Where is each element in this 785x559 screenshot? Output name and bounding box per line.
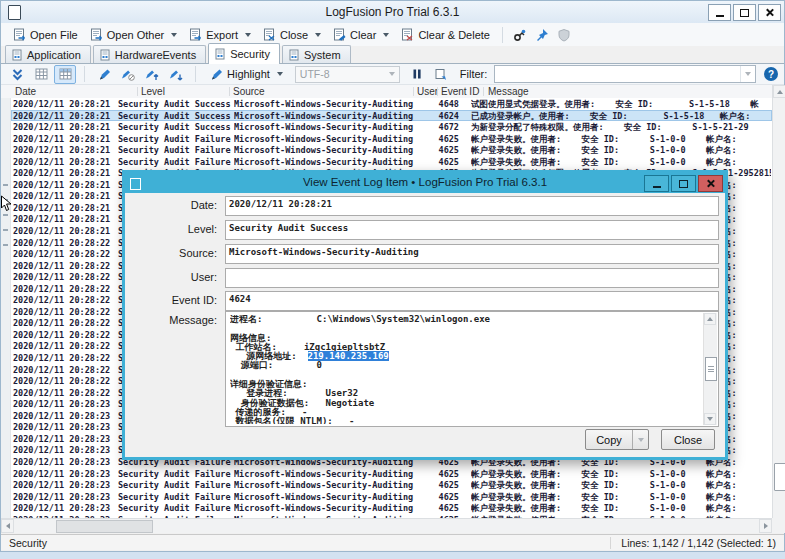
close-button[interactable] [758,4,781,21]
dialog-title-bar[interactable]: View Event Log Item • LogFusion Pro Tria… [125,173,725,193]
pin-button[interactable] [531,26,553,44]
maximize-button[interactable] [733,4,756,21]
date-field[interactable]: 2020/12/11 20:28:21 [225,196,719,216]
highlight-menu-button[interactable]: Highlight [204,66,289,83]
log-row[interactable]: 2020/12/11 20:28:23Security Audit Failur… [11,479,772,491]
column-date[interactable]: Date [15,86,36,97]
gutter-mark [3,184,8,186]
gutter-mark [3,229,8,231]
grid-view-button[interactable] [30,65,52,83]
log-cell-cs: Microsoft-Windows-Security-Auditing [234,503,419,513]
scroll-down-button[interactable] [704,413,716,425]
log-row-selected[interactable]: 2020/12/11 20:28:21Security Audit Succes… [11,110,772,122]
vertical-scrollbar-thumb[interactable] [774,463,785,491]
vertical-scrollbar[interactable] [772,85,785,533]
gutter-mark [3,214,8,216]
message-label: Message: [127,314,217,326]
scroll-up-button[interactable] [773,85,785,98]
clear-highlight-button[interactable] [117,65,139,83]
copy-dropdown-button[interactable] [632,430,648,449]
horizontal-scrollbar-thumb[interactable] [56,520,153,533]
log-row[interactable]: 2020/12/11 20:28:21Security Audit Failur… [11,133,772,145]
log-row[interactable]: 2020/12/11 20:28:23Security Audit Failur… [11,491,772,503]
filter-dropdown-button[interactable] [740,66,755,82]
help-button[interactable]: ? [764,67,778,81]
message-field[interactable]: 进程名: C:\Windows\System32\winlogon.exe 网络… [225,311,719,427]
message-scrollbar[interactable] [703,313,717,425]
pause-button[interactable] [406,65,428,83]
dialog-maximize-button[interactable] [671,175,696,192]
tab-security[interactable]: Security [208,43,280,64]
copy-button[interactable]: Copy [585,429,649,450]
source-field[interactable]: Microsoft-Windows-Security-Auditing [225,244,719,264]
scroll-up-button[interactable] [704,313,716,325]
dialog-message-text[interactable]: 进程名: C:\Windows\System32\winlogon.exe 网络… [230,315,701,424]
source-label: Source: [127,247,217,259]
grid-highlight-icon [59,68,72,80]
log-row[interactable]: 2020/12/11 20:28:21Security Audit Succes… [11,121,772,133]
level-field[interactable]: Security Audit Success [225,220,719,240]
dialog-title: View Event Log Item • LogFusion Pro Tria… [125,176,725,188]
minimize-icon [716,15,724,17]
export-button[interactable]: Export [183,26,257,43]
next-highlight-button[interactable] [165,65,187,83]
chevron-down-icon [638,438,644,442]
minimize-icon [653,186,661,188]
column-message[interactable]: Message [488,86,529,97]
log-row[interactable]: 2020/12/11 20:28:21Security Audit Failur… [11,144,772,156]
log-cell-cd: 2020/12/11 20:28:22 [13,261,117,271]
bookmark-icon [434,68,447,81]
log-cell-cl: Security Audit Failure [118,492,231,502]
dialog-close-action-button[interactable]: Close [661,429,715,450]
view-event-dialog: View Event Log Item • LogFusion Pro Tria… [122,170,728,460]
user-field[interactable] [225,268,719,288]
column-event-id[interactable]: Event ID [441,86,479,97]
clear-button[interactable]: Clear [327,26,395,43]
title-bar[interactable]: LogFusion Pro Trial 6.3.1 [1,1,784,24]
column-user[interactable]: User [417,86,438,97]
main-toolbar: Open File Open Other Export Close Clear … [1,23,784,46]
log-cell-cd: 2020/12/11 20:28:23 [13,399,117,409]
dropdown-arrow-icon [277,72,283,76]
dialog-minimize-button[interactable] [644,175,669,192]
encoding-select[interactable]: UTF-8 [295,66,400,83]
log-cell-cd: 2020/12/11 20:28:22 [13,353,117,363]
clear-delete-button[interactable]: Clear & Delete [395,26,496,43]
tab-application[interactable]: Application [5,45,91,63]
tab-bar: Application HardwareEvents Security Syst… [1,46,784,64]
filter-input[interactable] [494,65,756,83]
status-line-count: Lines: 1,142 / 1,142 (Selected: 1) [610,537,776,549]
log-cell-cd: 2020/12/11 20:28:21 [13,157,117,167]
tab-system[interactable]: System [282,45,351,63]
log-row[interactable]: 2020/12/11 20:28:21Security Audit Succes… [11,98,772,110]
log-row[interactable]: 2020/12/11 20:28:23Security Audit Failur… [11,468,772,480]
minimize-button[interactable] [708,4,731,21]
horizontal-scrollbar[interactable] [1,518,772,533]
open-other-button[interactable]: Open Other [84,26,183,43]
user-label: User: [127,271,217,283]
log-cell-cd: 2020/12/11 20:28:21 [13,145,117,155]
log-cell-ce: 4625 [431,157,459,167]
arrow-up-icon [777,90,783,94]
close-log-button[interactable]: Close [257,26,327,43]
log-row[interactable]: 2020/12/11 20:28:23Security Audit Failur… [11,502,772,514]
shield-button[interactable] [553,26,575,44]
log-cell-cd: 2020/12/11 20:28:22 [13,318,117,328]
scroll-left-button[interactable] [1,519,14,533]
message-scrollbar-thumb[interactable] [705,357,717,381]
log-cell-cd: 2020/12/11 20:28:22 [13,330,117,340]
log-row[interactable]: 2020/12/11 20:28:21Security Audit Failur… [11,156,772,168]
previous-highlight-button[interactable] [141,65,163,83]
column-source[interactable]: Source [233,86,265,97]
dialog-close-button[interactable] [698,175,723,192]
bookmark-button[interactable] [430,65,452,83]
open-file-button[interactable]: Open File [7,26,84,43]
column-level[interactable]: Level [141,86,165,97]
scroll-right-button[interactable] [759,519,772,533]
scroll-to-bottom-button[interactable] [6,65,28,83]
highlight-pen-button[interactable] [93,65,115,83]
event-id-field[interactable]: 4624 [225,291,719,311]
key-button[interactable] [509,26,531,44]
tab-hardwareevents[interactable]: HardwareEvents [93,45,206,63]
grid-highlight-view-button[interactable] [54,65,76,84]
